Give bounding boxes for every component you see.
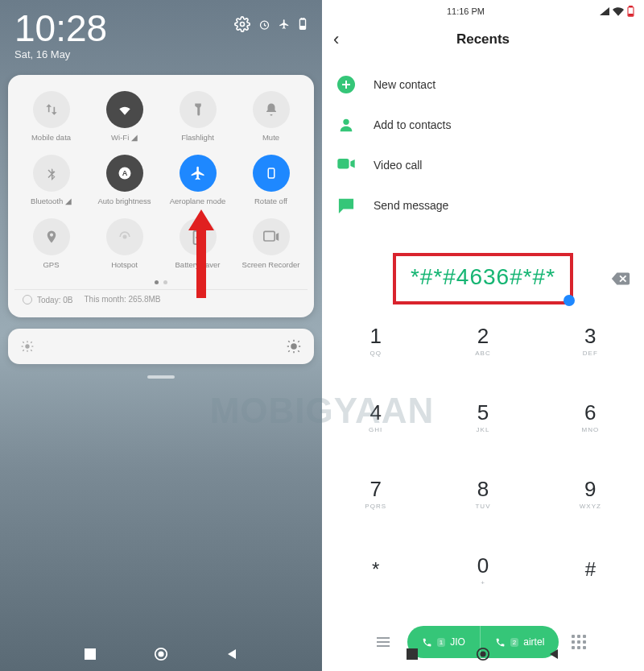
option-plus-circle[interactable]: New contact [322,64,644,105]
key-letters: TUV [475,503,490,510]
key-digit: 0 [477,553,489,578]
key-digit: 5 [477,400,489,425]
key-digit: # [585,558,596,581]
option-label: Add to contacts [374,118,452,131]
key-3[interactable]: 3 DEF [537,313,644,367]
qs-label: GPS [43,260,59,269]
contact-options: New contact Add to contacts Video call S… [322,60,644,230]
svg-text:A: A [122,169,127,177]
key-digit: 2 [477,324,489,349]
wifi-icon [106,91,143,128]
status-bar-right: 11:16 PM [322,0,644,19]
data-month: This month: 265.8MB [84,295,160,304]
svg-point-46 [480,651,485,657]
qs-tile-screen-record[interactable]: Screen Recorder [234,213,308,274]
qs-label: Battery saver [175,260,221,269]
back-button[interactable]: ‹ [333,29,339,50]
gps-icon [33,218,70,255]
qs-tile-data-swap[interactable]: Mobile data [14,86,88,147]
bell-icon [253,91,290,128]
key-6[interactable]: 6 MNO [537,389,644,444]
key-5[interactable]: 5 JKL [429,389,536,444]
qs-tile-auto-bright[interactable]: A Auto brightness [88,150,161,210]
battery-icon [298,18,308,31]
svg-line-21 [23,350,23,350]
gear-icon[interactable] [234,16,250,32]
key-digit: 1 [369,324,381,349]
status-time: 11:16 PM [447,6,485,16]
key-7[interactable]: 7 PQRS [322,466,429,521]
svg-point-41 [343,119,349,125]
qs-tile-airplane[interactable]: Aeroplane mode [161,150,234,210]
bluetooth-icon [33,155,70,192]
option-message[interactable]: Send message [322,185,644,226]
svg-marker-43 [350,159,354,168]
cursor-handle[interactable] [564,295,575,306]
qs-tile-flashlight[interactable]: Flashlight [161,86,234,147]
qs-tile-rotate[interactable]: Rotate off [234,150,308,210]
svg-line-20 [31,342,31,342]
svg-rect-32 [85,648,96,660]
qs-label: Wi-Fi ◢ [111,133,138,142]
qs-tile-battery-saver[interactable]: Battery saver [161,213,234,274]
key-0[interactable]: 0 + [429,543,536,598]
svg-marker-47 [550,649,558,659]
key-digit: 6 [584,400,596,425]
svg-point-22 [291,343,297,350]
qs-label: Aeroplane mode [170,197,226,205]
qs-tile-gps[interactable]: GPS [14,213,88,274]
qs-label: Hotspot [111,260,138,269]
qs-tile-wifi[interactable]: Wi-Fi ◢ [88,86,161,147]
key-2[interactable]: 2 ABC [429,313,536,367]
lock-status-bar: 10:28 Sat, 16 May [0,0,322,60]
person-icon [336,115,356,135]
svg-point-13 [25,344,29,348]
nav-recent-icon[interactable] [85,648,96,660]
option-label: Send message [374,199,448,212]
qs-tile-bell[interactable]: Mute [234,86,308,147]
svg-line-29 [298,341,299,342]
key-letters: QQ [369,350,381,357]
key-letters: MNO [581,426,599,433]
key-4[interactable]: 4 GHI [322,389,429,444]
dial-keypad: 1 QQ 2 ABC 3 DEF 4 GHI 5 JKL 6 MNO 7 PQR… [322,313,644,619]
option-person[interactable]: Add to contacts [322,105,644,145]
nav-back-icon[interactable] [548,648,559,660]
phone-left-lockscreen: 10:28 Sat, 16 May Mobile data Wi-Fi ◢ Fl… [0,0,322,671]
message-icon [336,196,356,215]
svg-marker-36 [600,7,609,15]
nav-back-icon[interactable] [226,648,237,660]
recents-header: ‹ Recents [322,19,644,60]
data-usage-row[interactable]: Today: 0B This month: 265.8MB [14,289,308,309]
battery-saver-icon [180,218,217,255]
qs-tile-bluetooth[interactable]: Bluetooth ◢ [14,150,88,210]
key-8[interactable]: 8 TUV [429,466,536,521]
flashlight-icon [180,91,217,128]
nav-home-icon[interactable] [476,647,490,661]
key-*[interactable]: * [322,543,429,598]
key-1[interactable]: 1 QQ [322,313,429,367]
key-digit: 7 [369,477,381,502]
drag-handle[interactable] [147,375,175,379]
hotspot-icon [106,218,143,255]
key-9[interactable]: 9 WXYZ [537,466,644,521]
key-#[interactable]: # [537,543,644,598]
key-letters: DEF [583,350,598,357]
qs-label: Auto brightness [97,197,151,205]
option-label: Video call [374,159,422,172]
backspace-button[interactable] [610,271,631,287]
nav-recent-icon[interactable] [407,648,418,660]
svg-line-27 [288,341,290,342]
qs-tile-hotspot[interactable]: Hotspot [88,213,161,274]
plus-circle-icon [336,75,356,94]
svg-line-28 [298,350,299,352]
alarm-icon [258,19,270,31]
rotate-icon [253,155,290,192]
svg-line-19 [31,350,31,350]
nav-home-icon[interactable] [154,647,168,661]
annotation-highlight-box: *#*#4636#*#* [393,253,573,304]
header-title: Recents [456,31,510,48]
brightness-slider[interactable] [8,329,314,364]
svg-rect-44 [407,648,418,660]
option-video[interactable]: Video call [322,145,644,185]
